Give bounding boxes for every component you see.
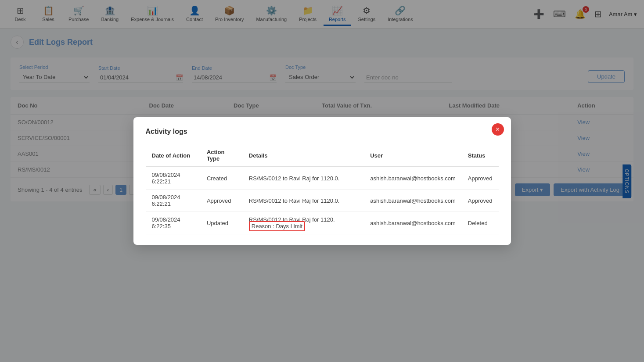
modal-cell-date: 09/08/2024 6:22:21 <box>146 190 201 212</box>
modal-cell-user: ashish.baranwal@hostbooks.com <box>364 167 462 190</box>
modal-cell-action-type: Updated <box>201 212 243 234</box>
modal-cell-date: 09/08/2024 6:22:35 <box>146 212 201 234</box>
modal-col-date: Date of Action <box>146 144 201 167</box>
modal-cell-status: Deleted <box>462 212 499 234</box>
modal-cell-details-highlighted: RS/MS/0012 to Ravi Raj for 1120. Reason … <box>243 212 364 234</box>
modal-table-row: 09/08/2024 6:22:21 Approved RS/MS/0012 t… <box>146 190 499 212</box>
modal-col-details: Details <box>243 144 364 167</box>
modal-overlay: Activity logs × Date of Action Action Ty… <box>0 0 644 362</box>
modal-title: Activity logs <box>146 128 499 136</box>
activity-logs-modal: Activity logs × Date of Action Action Ty… <box>133 117 511 245</box>
modal-cell-user: ashish.baranwal@hostbooks.com <box>364 212 462 234</box>
modal-col-status: Status <box>462 144 499 167</box>
modal-table-row: 09/08/2024 6:22:21 Created RS/MS/0012 to… <box>146 167 499 190</box>
modal-cell-action-type: Created <box>201 167 243 190</box>
modal-cell-user: ashish.baranwal@hostbooks.com <box>364 190 462 212</box>
modal-table-row: 09/08/2024 6:22:35 Updated RS/MS/0012 to… <box>146 212 499 234</box>
modal-cell-status: Approved <box>462 190 499 212</box>
modal-cell-details: RS/MS/0012 to Ravi Raj for 1120.0. <box>243 190 364 212</box>
modal-col-user: User <box>364 144 462 167</box>
modal-cell-action-type: Approved <box>201 190 243 212</box>
modal-cell-status: Approved <box>462 167 499 190</box>
modal-close-button[interactable]: × <box>492 123 504 136</box>
modal-cell-date: 09/08/2024 6:22:21 <box>146 167 201 190</box>
reason-days-highlight: Reason : Days Limit <box>249 221 305 231</box>
modal-col-action-type: Action Type <box>201 144 243 167</box>
modal-cell-details: RS/MS/0012 to Ravi Raj for 1120.0. <box>243 167 364 190</box>
modal-table: Date of Action Action Type Details User … <box>146 144 499 234</box>
